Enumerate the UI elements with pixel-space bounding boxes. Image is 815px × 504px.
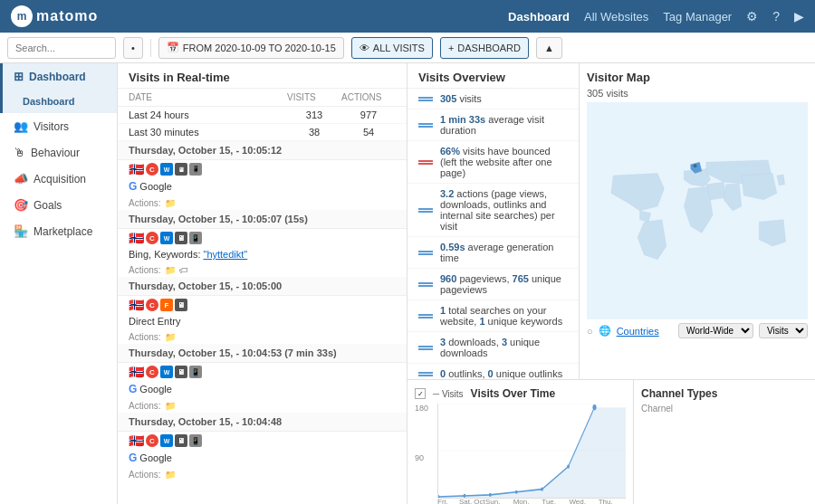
rt-label-30m: Last 30 minutes <box>129 127 287 138</box>
actions-label-1: Actions: <box>129 198 161 208</box>
realtime-panel: Visits in Real-time DATE VISITS ACTIONS … <box>118 63 408 504</box>
sidebar-item-dashboard-sub[interactable]: Dashboard <box>0 90 117 113</box>
ov-text-5: 960 pageviews, 765 unique pageviews <box>440 273 570 295</box>
help-icon[interactable]: ? <box>772 9 780 24</box>
rt-visit-icons-5: 🇳🇴 C W 🖥 📱 <box>118 432 407 450</box>
date-range-btn[interactable]: 📅 FROM 2020-10-09 TO 2020-10-15 <box>158 37 344 59</box>
desktop-icon-2: 🖥 <box>175 232 187 244</box>
svg-point-11 <box>592 404 596 410</box>
rt-visit-icons-2: 🇳🇴 C W 🖥 📱 <box>118 229 407 247</box>
rt-col-date: DATE <box>129 92 287 102</box>
rt-visit-date-1: Thursday, October 15, - 10:05:12 <box>118 141 407 160</box>
dashboard-label: DASHBOARD <box>457 43 521 53</box>
top-right-panels: Visits Overview 305 visits 1 min 33s a <box>408 63 815 380</box>
visits-overview-title: Visits Overview <box>408 63 579 89</box>
metric-line-icon-0 <box>417 97 435 101</box>
desktop-icon-4: 🖥 <box>175 366 187 378</box>
rt-source-label-5: Google <box>139 452 171 463</box>
globe-icon: 🌐 <box>599 325 611 337</box>
ov-metric-7: 3 downloads, 3 unique downloads <box>408 332 579 364</box>
rt-source-5: G Google <box>118 450 407 468</box>
rt-col-actions: ACTIONS <box>341 92 396 102</box>
flag-icon-3: 🇳🇴 <box>129 298 144 312</box>
segment-dot: • <box>131 43 135 53</box>
dashboard-btn[interactable]: + DASHBOARD <box>440 37 529 59</box>
sidebar-label-marketplace: Marketplace <box>34 225 92 238</box>
rt-summary-30m: Last 30 minutes 38 54 <box>118 124 407 141</box>
sidebar-item-dashboard[interactable]: ⊞ Dashboard <box>0 63 117 90</box>
rt-col-visits: VISITS <box>287 92 341 102</box>
windows-icon-2: W <box>160 232 173 244</box>
folder-icon-3: 📁 <box>165 332 176 342</box>
segment-btn[interactable]: • <box>123 37 143 59</box>
google-icon-5: G <box>129 452 137 464</box>
world-wide-select[interactable]: World-Wide <box>678 323 753 338</box>
ov-metric-5: 960 pageviews, 765 unique pageviews <box>408 269 579 300</box>
countries-link[interactable]: Countries <box>617 326 659 337</box>
sidebar-label-behaviour: Behaviour <box>31 147 80 159</box>
visits-select[interactable]: Visits <box>759 323 808 338</box>
map-controls: ○ 🌐 Countries World-Wide Visits <box>587 323 808 338</box>
rt-visit-date-2: Thursday, October 15, - 10:05:07 (15s) <box>118 210 407 229</box>
ov-text-8: 0 outlinks, 0 unique outlinks <box>440 368 570 379</box>
rt-source-2: Bing, Keywords: "hyttedikt" <box>118 247 407 263</box>
matomo-logo: m matomo <box>11 5 98 27</box>
folder-icon-1: 📁 <box>165 198 176 208</box>
actions-label-4: Actions: <box>129 401 161 411</box>
svg-point-0 <box>694 164 697 167</box>
folder-icon-2: 📁 <box>165 265 176 275</box>
acquisition-icon: 📣 <box>14 172 28 185</box>
nav-tag-manager[interactable]: Tag Manager <box>663 10 732 24</box>
rt-actions-row-5: Actions: 📁 <box>118 468 407 481</box>
ov-text-7: 3 downloads, 3 unique downloads <box>440 337 570 358</box>
gear-icon[interactable]: ⚙ <box>746 9 758 24</box>
visitor-map-subtitle: 305 visits <box>587 88 808 99</box>
rt-header: DATE VISITS ACTIONS <box>118 89 407 107</box>
rt-visit-icons-4: 🇳🇴 C W 🖥 📱 <box>118 363 407 381</box>
sidebar-item-visitors[interactable]: 👥 Visitors <box>0 113 117 139</box>
all-visits-btn[interactable]: 👁 ALL VISITS <box>351 37 433 59</box>
logo-text: matomo <box>36 8 98 24</box>
rt-visit-icons-1: 🇳🇴 C W 🖥 📱 <box>118 160 407 178</box>
chrome-icon-4: C <box>146 366 158 378</box>
phone-icon-1: 📱 <box>189 163 202 176</box>
rt-actions-24h: 977 <box>341 109 396 120</box>
svg-point-10 <box>567 465 570 469</box>
folder-icon-5: 📁 <box>165 470 176 480</box>
metric-line-icon-8 <box>417 372 435 376</box>
toolbar-sep-1 <box>150 39 151 57</box>
sidebar-item-behaviour[interactable]: 🖱 Behaviour <box>0 139 117 166</box>
sidebar-item-goals[interactable]: 🎯 Goals <box>0 192 117 218</box>
sidebar: ⊞ Dashboard Dashboard 👥 Visitors 🖱 Behav… <box>0 63 118 504</box>
google-icon-4: G <box>129 383 137 395</box>
ov-text-2: 66% visits have bounced (left the websit… <box>440 146 570 178</box>
nav-all-websites[interactable]: All Websites <box>584 10 648 24</box>
metric-line-icon-2 <box>417 160 435 165</box>
sidebar-item-marketplace[interactable]: 🏪 Marketplace <box>0 218 117 244</box>
calendar-icon: 📅 <box>167 42 179 53</box>
windows-icon-4: W <box>160 366 173 378</box>
user-icon[interactable]: ▶ <box>794 9 804 24</box>
sidebar-label-goals: Goals <box>34 199 62 212</box>
nav-dashboard[interactable]: Dashboard <box>508 10 570 24</box>
flag-icon-4: 🇳🇴 <box>129 365 144 379</box>
chart-inner <box>437 404 626 499</box>
toggle-btn[interactable]: ▲ <box>536 37 562 59</box>
rt-actions-30m: 54 <box>341 127 396 138</box>
rt-visit-date-4: Thursday, October 15, - 10:04:53 (7 min … <box>118 344 407 363</box>
rt-source-label-4: Google <box>139 384 171 395</box>
actions-label-5: Actions: <box>129 470 161 480</box>
rt-label-24h: Last 24 hours <box>129 109 287 120</box>
rt-visits-30m: 38 <box>287 127 341 138</box>
bing-keyword-link-2[interactable]: "hyttedikt" <box>203 249 247 260</box>
channel-types-subtitle: Charnel <box>641 404 808 414</box>
logo-icon: m <box>11 5 33 27</box>
rt-source-4: G Google <box>118 381 407 399</box>
chrome-icon-2: C <box>146 232 158 244</box>
google-icon-1: G <box>129 180 137 193</box>
sidebar-item-acquisition[interactable]: 📣 Acquisition <box>0 166 117 192</box>
search-input[interactable] <box>7 37 116 59</box>
ov-text-4: 0.59s average generation time <box>440 242 570 263</box>
chart-checkbox[interactable]: ✓ <box>415 388 426 399</box>
rt-visit-icons-3: 🇳🇴 C F 🖥 <box>118 296 407 314</box>
